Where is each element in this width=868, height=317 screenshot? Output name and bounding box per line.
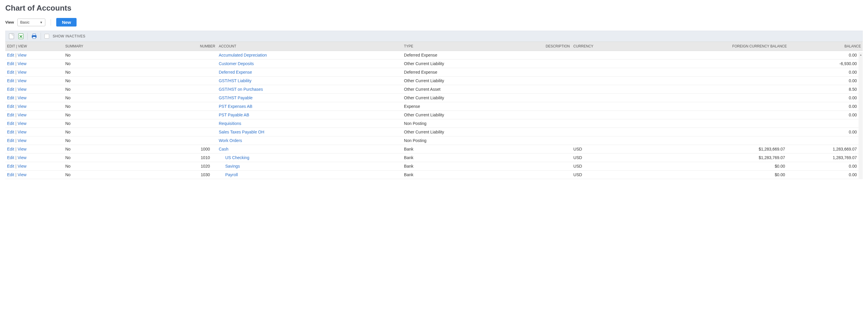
cell-summary: No xyxy=(64,94,164,102)
scroll-up-icon[interactable]: ▴ xyxy=(859,52,863,57)
account-link[interactable]: Cash xyxy=(219,147,228,151)
view-link[interactable]: View xyxy=(18,70,27,75)
cell-type: Deferred Expense xyxy=(402,51,513,59)
view-link[interactable]: View xyxy=(18,121,27,126)
col-type[interactable]: TYPE xyxy=(402,42,513,51)
cell-balance xyxy=(788,119,863,128)
view-link[interactable]: View xyxy=(18,53,27,57)
edit-link[interactable]: Edit xyxy=(7,113,14,117)
row-actions: Edit|View xyxy=(5,145,64,153)
print-icon[interactable] xyxy=(31,33,37,39)
cell-summary: No xyxy=(64,119,164,128)
cell-currency: USD xyxy=(571,171,656,179)
col-edit-view[interactable]: EDIT | VIEW xyxy=(5,42,64,51)
row-actions: Edit|View xyxy=(5,94,64,102)
account-link[interactable]: Deferred Expense xyxy=(219,70,252,75)
cell-account: Deferred Expense xyxy=(217,68,402,77)
row-actions: Edit|View xyxy=(5,128,64,136)
pipe-separator: | xyxy=(14,53,18,57)
accounts-table: EDIT | VIEW SUMMARY NUMBER ACCOUNT TYPE … xyxy=(5,41,863,179)
page-title: Chart of Accounts xyxy=(5,3,863,13)
show-inactives-checkbox[interactable] xyxy=(44,34,49,38)
pipe-separator: | xyxy=(14,70,18,75)
account-link[interactable]: Requisitions xyxy=(219,121,241,126)
cell-summary: No xyxy=(64,136,164,145)
col-summary[interactable]: SUMMARY xyxy=(64,42,164,51)
account-link[interactable]: Customer Deposits xyxy=(219,61,254,66)
view-link[interactable]: View xyxy=(18,138,27,143)
cell-balance: 0.00 xyxy=(788,51,863,59)
cell-balance: 0.00 xyxy=(788,68,863,77)
account-link[interactable]: Work Orders xyxy=(219,138,242,143)
account-link[interactable]: PST Payable AB xyxy=(219,113,249,117)
edit-link[interactable]: Edit xyxy=(7,87,14,92)
account-link[interactable]: PST Expenses AB xyxy=(219,104,252,109)
cell-summary: No xyxy=(64,85,164,94)
edit-link[interactable]: Edit xyxy=(7,129,14,134)
account-link[interactable]: GST/HST Liability xyxy=(219,78,251,83)
view-link[interactable]: View xyxy=(18,172,27,177)
row-actions: Edit|View xyxy=(5,111,64,119)
view-link[interactable]: View xyxy=(18,129,27,134)
account-link[interactable]: GST/HST Payable xyxy=(219,95,253,100)
cell-balance: 1,283,769.07 xyxy=(788,153,863,162)
account-link[interactable]: Savings xyxy=(219,164,240,169)
cell-balance: 0.00 xyxy=(788,128,863,136)
col-currency[interactable]: CURRENCY xyxy=(571,42,656,51)
cell-foreign-balance xyxy=(656,111,788,119)
row-actions: Edit|View xyxy=(5,68,64,77)
edit-link[interactable]: Edit xyxy=(7,104,14,109)
table-row: Edit|ViewNo1010US CheckingBankUSD$1,283,… xyxy=(5,153,863,162)
cell-type: Bank xyxy=(402,153,513,162)
cell-currency xyxy=(571,136,656,145)
edit-link[interactable]: Edit xyxy=(7,121,14,126)
account-link[interactable]: Payroll xyxy=(219,172,238,177)
svg-rect-3 xyxy=(33,34,36,35)
edit-link[interactable]: Edit xyxy=(7,147,14,151)
export-csv-icon[interactable] xyxy=(8,33,14,39)
col-number[interactable]: NUMBER xyxy=(164,42,217,51)
account-link[interactable]: GST/HST on Purchases xyxy=(219,87,263,92)
view-link[interactable]: View xyxy=(18,95,27,100)
account-link[interactable]: Accumulated Depreciation xyxy=(219,53,267,57)
view-link[interactable]: View xyxy=(18,155,27,160)
view-link[interactable]: View xyxy=(18,113,27,117)
col-fcb[interactable]: FOREIGN CURRENCY BALANCE xyxy=(656,42,788,51)
edit-link[interactable]: Edit xyxy=(7,155,14,160)
table-row: Edit|ViewNoGST/HST PayableOther Current … xyxy=(5,94,863,102)
cell-account: GST/HST Payable xyxy=(217,94,402,102)
view-link[interactable]: View xyxy=(18,78,27,83)
col-description[interactable]: DESCRIPTION xyxy=(514,42,572,51)
view-link[interactable]: View xyxy=(18,104,27,109)
pipe-separator: | xyxy=(14,78,18,83)
edit-link[interactable]: Edit xyxy=(7,138,14,143)
edit-link[interactable]: Edit xyxy=(7,164,14,169)
view-link[interactable]: View xyxy=(18,61,27,66)
account-link[interactable]: Sales Taxes Payable OH xyxy=(219,129,265,134)
view-link[interactable]: View xyxy=(18,164,27,169)
cell-account: Savings xyxy=(217,162,402,171)
cell-balance: 1,283,669.07 xyxy=(788,145,863,153)
edit-link[interactable]: Edit xyxy=(7,172,14,177)
col-account[interactable]: ACCOUNT xyxy=(217,42,402,51)
new-button[interactable]: New xyxy=(56,18,76,27)
col-balance[interactable]: BALANCE xyxy=(788,42,863,51)
edit-link[interactable]: Edit xyxy=(7,78,14,83)
view-select[interactable]: Basic ▼ xyxy=(18,19,45,26)
edit-link[interactable]: Edit xyxy=(7,53,14,57)
row-actions: Edit|View xyxy=(5,136,64,145)
view-link[interactable]: View xyxy=(18,147,27,151)
edit-link[interactable]: Edit xyxy=(7,61,14,66)
cell-summary: No xyxy=(64,162,164,171)
account-link[interactable]: US Checking xyxy=(219,155,249,160)
view-link[interactable]: View xyxy=(18,87,27,92)
edit-link[interactable]: Edit xyxy=(7,70,14,75)
cell-foreign-balance: $1,283,769.07 xyxy=(656,153,788,162)
cell-balance: 0.00 xyxy=(788,102,863,111)
edit-link[interactable]: Edit xyxy=(7,95,14,100)
chevron-down-icon: ▼ xyxy=(40,21,43,24)
cell-type: Non Posting xyxy=(402,136,513,145)
scrollbar[interactable]: ▴ xyxy=(859,52,863,179)
export-excel-icon[interactable] xyxy=(18,33,24,39)
table-row: Edit|ViewNoAccumulated DepreciationDefer… xyxy=(5,51,863,59)
